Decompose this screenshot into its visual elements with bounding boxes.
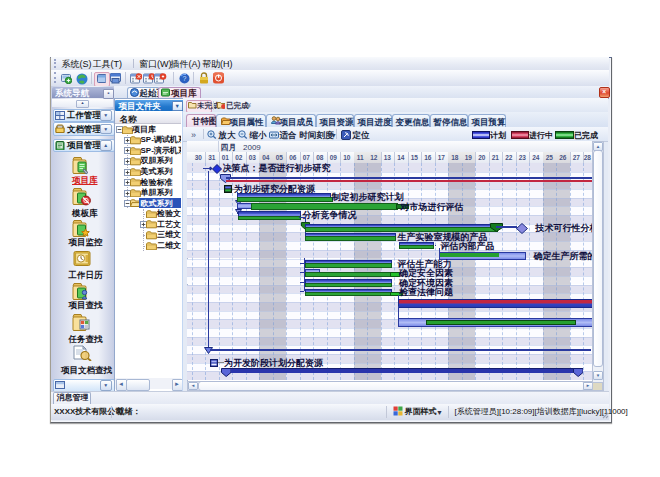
svg-text:?: ?	[183, 75, 187, 82]
